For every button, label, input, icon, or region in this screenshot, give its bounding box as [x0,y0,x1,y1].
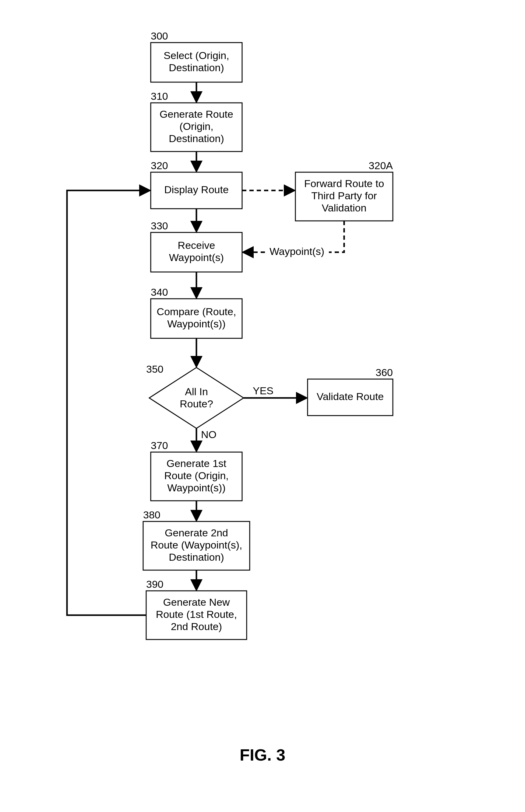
node-390-number: 390 [146,578,164,590]
node-380-line2: Route (Waypoint(s), [150,539,242,551]
edge-label-no: NO [201,429,216,440]
node-330-line2: Waypoint(s) [169,252,224,263]
node-300-line1: Select (Origin, [164,50,229,61]
edge-label-yes: YES [253,385,273,396]
node-380-line3: Destination) [169,551,224,563]
node-310-line2: (Origin, [179,121,213,132]
node-300-line2: Destination) [169,62,224,73]
node-340-line2: Waypoint(s)) [167,318,225,329]
edge-390-320 [67,190,148,615]
node-320-line1: Display Route [164,184,229,195]
node-360-number: 360 [375,366,393,378]
node-310-line1: Generate Route [160,108,233,120]
flowchart-fig3: 300 Select (Origin, Destination) 310 Gen… [0,0,525,812]
node-370-line2: Route (Origin, [164,470,229,481]
node-330-line1: Receive [178,239,215,251]
node-320-number: 320 [151,160,168,171]
node-310-line3: Destination) [169,132,224,144]
node-330-number: 330 [151,220,168,232]
node-350-line2: Route? [180,398,213,409]
node-380-number: 380 [143,509,161,520]
node-320a-line3: Validation [322,202,366,214]
node-380-line1: Generate 2nd [165,527,228,538]
node-340-line1: Compare (Route, [157,306,236,317]
edge-label-waypoints: Waypoint(s) [270,246,324,257]
node-310-number: 310 [151,90,168,102]
node-390-line3: 2nd Route) [171,621,222,632]
node-370-number: 370 [151,440,168,451]
node-340-number: 340 [151,286,168,298]
node-360-line1: Validate Route [317,391,384,402]
node-390-line2: Route (1st Route, [156,608,237,620]
node-350-line1: All In [185,386,208,397]
node-320a-line2: Third Party for [311,190,377,201]
node-370-line3: Waypoint(s)) [167,482,225,494]
node-390-line1: Generate New [163,596,230,608]
node-300-number: 300 [151,30,168,42]
node-370-line1: Generate 1st [167,457,227,469]
node-320a-number: 320A [369,160,393,171]
node-320a-line1: Forward Route to [304,178,384,189]
edge-320a-down [329,221,344,252]
node-350-number: 350 [146,363,164,375]
figure-label: FIG. 3 [240,746,285,764]
